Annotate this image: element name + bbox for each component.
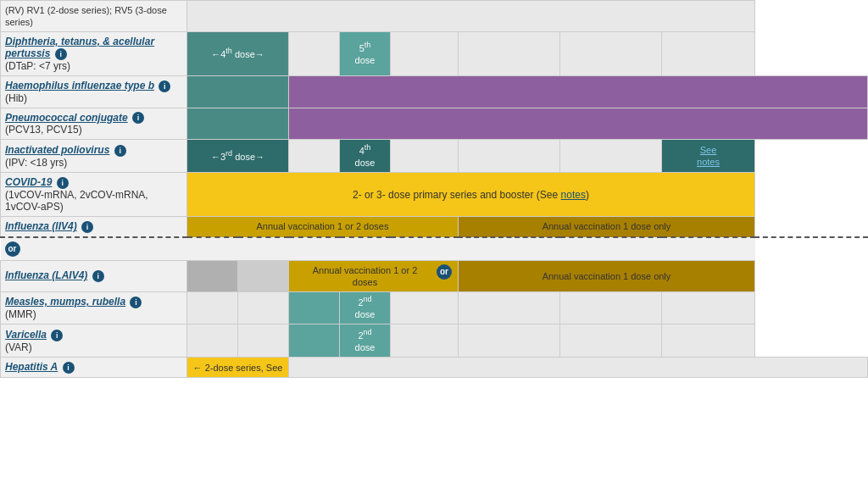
dtap-sub: (DTaP: <7 yrs): [5, 60, 70, 72]
laiv4-info-icon[interactable]: i: [92, 270, 104, 282]
varicella-row: Varicella i (VAR) 2nddose: [1, 324, 868, 358]
laiv4-annual-2-cell: Annual vaccination 1 dose only: [459, 260, 755, 291]
pcv-row: Pneumococcal conjugate i (PCV13, PCV15): [1, 108, 868, 140]
varicella-info-icon[interactable]: i: [51, 330, 63, 341]
pcv-link[interactable]: Pneumococcal conjugate: [5, 112, 128, 124]
influenza-iiv4-row: Influenza (IIV4) i Annual vaccination 1 …: [1, 216, 868, 236]
varicella-link[interactable]: Varicella: [5, 329, 47, 341]
iiv4-annual-2-cell: Annual vaccination 1 dose only: [459, 216, 755, 236]
hib-row: Haemophilus influenzae type b i (Hib): [1, 75, 868, 108]
pcv-name-cell: Pneumococcal conjugate i (PCV13, PCV15): [1, 108, 187, 140]
iiv4-info-icon[interactable]: i: [81, 221, 93, 233]
pcv-info-icon[interactable]: i: [132, 112, 144, 124]
dtap-dose5-cell: 5thdose: [340, 32, 391, 76]
dtap-dose4-text: ←4th dose→: [211, 49, 264, 59]
hepa-info-icon[interactable]: i: [63, 362, 75, 374]
dtap-dose4-cell: ←4th dose→: [187, 32, 289, 76]
laiv4-gray2-cell: [238, 260, 289, 291]
mmr-row: Measles, mumps, rubella i (MMR) 2nddose: [1, 291, 868, 324]
laiv4-annual-1-text: Annual vaccination 1 or 2doses: [313, 265, 418, 287]
ipv-name-cell: Inactivated poliovirus i (IPV: <18 yrs): [1, 140, 187, 173]
vaccine-schedule-table: (RV) RV1 (2-dose series); RV5 (3-dose se…: [0, 0, 868, 378]
dtap-row: Diphtheria, tetanus, & acellular pertuss…: [1, 32, 868, 76]
rv-label: (RV) RV1 (2-dose series); RV5 (3-dose se…: [5, 5, 167, 27]
ipv-sub: (IPV: <18 yrs): [5, 157, 67, 169]
hepa-row: Hepatitis A i ← 2-dose series, See: [1, 358, 868, 378]
dtap-link[interactable]: Diphtheria, tetanus, & acellular pertuss…: [5, 36, 154, 59]
covid-schedule-text: 2- or 3- dose primary series and booster…: [353, 189, 589, 201]
mmr-name-cell: Measles, mumps, rubella i (MMR): [1, 291, 187, 324]
hib-name-cell: Haemophilus influenzae type b i (Hib): [1, 75, 187, 108]
dtap-dose5-text: 5thdose: [355, 43, 376, 65]
iiv4-annual-1-text: Annual vaccination 1 or 2 doses: [257, 221, 389, 231]
or-row: or: [1, 237, 868, 261]
ipv-row: Inactivated poliovirus i (IPV: <18 yrs) …: [1, 140, 868, 173]
mmr-sub: (MMR): [5, 308, 36, 320]
ipv-link[interactable]: Inactivated poliovirus: [5, 144, 109, 156]
varicella-sub: (VAR): [5, 341, 32, 353]
ipv-dose3-text: ←3rd dose→: [211, 152, 264, 162]
ipv-info-icon[interactable]: i: [114, 145, 126, 157]
var-dose2-text: 2nddose: [355, 330, 376, 352]
dtap-info-icon[interactable]: i: [55, 48, 67, 60]
mmr-dose2-cell: 2nddose: [340, 291, 391, 324]
pcv-teal-cell: [187, 108, 289, 140]
varicella-name-cell: Varicella i (VAR): [1, 324, 187, 358]
dtap-name-cell: Diphtheria, tetanus, & acellular pertuss…: [1, 32, 187, 76]
rv-row: (RV) RV1 (2-dose series); RV5 (3-dose se…: [1, 1, 868, 32]
covid-notes-link[interactable]: notes: [561, 189, 586, 201]
iiv4-link[interactable]: Influenza (IIV4): [5, 220, 77, 232]
laiv4-or-badge: or: [437, 264, 452, 280]
pcv-purple-cell: [289, 108, 868, 140]
iiv4-name-cell: Influenza (IIV4) i: [1, 216, 187, 236]
hib-link[interactable]: Haemophilus influenzae type b: [5, 80, 154, 92]
or-badge: or: [5, 241, 20, 257]
iiv4-annual-1-cell: Annual vaccination 1 or 2 doses: [187, 216, 459, 236]
hib-sub: (Hib): [5, 92, 27, 104]
var-dose2-cell: 2nddose: [340, 324, 391, 358]
hepa-name-cell: Hepatitis A i: [1, 358, 187, 378]
covid-sub: (1vCOV-mRNA, 2vCOV-mRNA, 1vCOV-aPS): [5, 189, 148, 213]
hib-info-icon[interactable]: i: [159, 80, 170, 92]
covid-info-icon[interactable]: i: [57, 177, 69, 189]
ipv-see-notes-cell: Seenotes: [662, 140, 755, 173]
mmr-dose2-text: 2nddose: [355, 297, 376, 319]
mmr-link[interactable]: Measles, mumps, rubella: [5, 296, 125, 308]
laiv4-link[interactable]: Influenza (LAIV4): [5, 269, 87, 281]
laiv4-annual-1-cell: or Annual vaccination 1 or 2doses: [289, 260, 459, 291]
laiv4-gray1-cell: [187, 260, 238, 291]
hepa-schedule-cell: ← 2-dose series, See: [187, 358, 289, 378]
covid-schedule-cell: 2- or 3- dose primary series and booster…: [187, 173, 755, 217]
ipv-dose4-cell: 4thdose: [340, 140, 391, 173]
ipv-dose4-text: 4thdose: [355, 146, 376, 168]
covid-link[interactable]: COVID-19: [5, 176, 52, 188]
covid-row: COVID-19 i (1vCOV-mRNA, 2vCOV-mRNA, 1vCO…: [1, 173, 868, 217]
pcv-sub: (PCV13, PCV15): [5, 124, 82, 136]
hib-purple-cell: [289, 75, 868, 108]
mmr-info-icon[interactable]: i: [130, 297, 142, 308]
influenza-laiv4-row: Influenza (LAIV4) i or Annual vaccinatio…: [1, 260, 868, 291]
iiv4-annual-2-text: Annual vaccination 1 dose only: [542, 221, 671, 231]
hepa-schedule-text: ← 2-dose series, See: [193, 363, 283, 373]
laiv4-name-cell: Influenza (LAIV4) i: [1, 260, 187, 291]
rv-name: (RV) RV1 (2-dose series); RV5 (3-dose se…: [1, 1, 187, 32]
hepa-link[interactable]: Hepatitis A: [5, 361, 58, 373]
hib-teal-cell: [187, 75, 289, 108]
laiv4-annual-2-text: Annual vaccination 1 dose only: [542, 271, 671, 281]
covid-name-cell: COVID-19 i (1vCOV-mRNA, 2vCOV-mRNA, 1vCO…: [1, 173, 187, 217]
ipv-see-notes-text[interactable]: Seenotes: [697, 145, 720, 167]
ipv-dose3-cell: ←3rd dose→: [187, 140, 289, 173]
